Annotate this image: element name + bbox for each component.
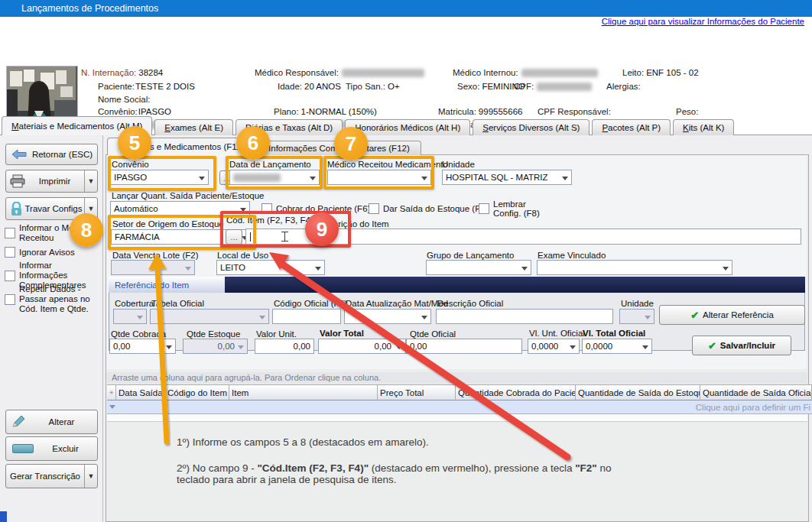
data-vencto-label: Data Vencto Lote (F2) — [112, 251, 199, 260]
descricao-oficial-input[interactable] — [436, 309, 613, 324]
imprimir-dropdown[interactable]: ▼ — [84, 170, 97, 192]
instruction-step1: 1º) Informe os campos 5 a 8 (destacados … — [177, 436, 429, 448]
main-tab-strip: Materiais e Medicamentos (Alt M)Exames (… — [2, 116, 736, 135]
title-bar: Lançamentos de Procedimentos — [0, 0, 812, 17]
checkbox-box — [479, 203, 489, 214]
valor-total-input[interactable]: 0,00 — [318, 339, 406, 354]
sidebar-splitter[interactable] — [102, 135, 103, 522]
app-icon — [5, 3, 16, 15]
qtde-estoque-input: 0,00 — [183, 339, 248, 354]
grupo-lancamento-select[interactable] — [426, 260, 531, 275]
grid-column-header[interactable]: Código do Item — [165, 384, 229, 400]
instruction-step2: 2º) No campo 9 - "Cód.Item (F2, F3, F4)"… — [177, 462, 625, 485]
check-icon: ✔ — [708, 340, 716, 352]
field-cpf-responsavel: CPF Responsável: — [538, 107, 611, 116]
grid-column-header[interactable]: Data Saída — [116, 384, 165, 400]
grid-empty-row — [107, 414, 807, 422]
imprimir-button[interactable]: Imprimir ▼ — [5, 170, 98, 193]
salvar-incluir-button[interactable]: ✔Salvar/Incluir — [692, 336, 791, 355]
field-nome-social: Nome Social: — [98, 95, 150, 104]
field-n-internacao: N. Internação:38284 — [81, 68, 163, 77]
vl-unt-oficial-input[interactable]: 0,0000 — [528, 339, 580, 354]
field-medico-internou: Médico Internou: — [453, 68, 598, 77]
check-icon: ✔ — [690, 310, 699, 321]
grid-corner-icon: ✳ — [107, 384, 116, 400]
codigo-oficial-label: Código Oficial (F5) — [274, 299, 347, 308]
qtde-cobrada-input[interactable]: 0,00 — [109, 339, 176, 354]
checkbox-box — [5, 247, 15, 258]
lancar-quant-label: Lançar Quant. Saída Paciente/Estoque — [112, 191, 264, 200]
gerar-dropdown[interactable]: ▼ — [84, 465, 97, 488]
qtde-oficial-input[interactable]: 0,00 — [406, 339, 522, 354]
unidade-label: Unidade — [442, 160, 475, 169]
highlight-box-convenio — [108, 156, 216, 191]
alterar-referencia-button[interactable]: ✔Alterar Referência — [659, 305, 805, 325]
patient-info-link[interactable]: Clique aqui para visualizar Informações … — [602, 17, 804, 26]
printer-icon — [10, 174, 25, 188]
callout-badge-5: 5 — [118, 126, 151, 160]
main-tab-5[interactable]: Serviços Diversos (Alt S) — [473, 119, 590, 135]
callout-badge-7: 7 — [334, 127, 368, 160]
exame-vinculado-select[interactable] — [537, 260, 732, 275]
valor-unit-input[interactable]: 0,00 — [255, 339, 314, 354]
repetir-dados-checkbox[interactable]: Repetir Dados - Passar apenas no Cód. It… — [5, 284, 99, 314]
callout-badge-9: 9 — [305, 212, 339, 246]
grid-filter-row[interactable]: Clique aqui para definir um Fi — [107, 400, 812, 414]
vl-total-oficial-input[interactable]: 0,0000 — [582, 339, 652, 354]
qtde-cobrada-label: Qtde Cobrada — [111, 329, 166, 339]
descricao-item-input[interactable] — [317, 229, 801, 245]
pencil-icon — [11, 415, 26, 429]
main-tab-2[interactable]: Exames (Alt E) — [154, 119, 233, 135]
grid-column-header[interactable]: Quantidade de Saída do Estoque — [576, 384, 700, 400]
local-uso-label: Local de Uso — [217, 251, 268, 260]
main-tab-7[interactable]: Kits (Alt K) — [673, 119, 734, 135]
valor-unit-label: Valor Unit. — [256, 329, 297, 339]
grupo-lancamento-label: Grupo de Lançamento — [427, 251, 514, 260]
main-tab-6[interactable]: Pacotes (Alt P) — [592, 119, 671, 135]
grid-column-header[interactable]: Quantidade Cobrada do Paciente — [456, 384, 576, 400]
qtde-oficial-label: Qtde Oficial — [410, 329, 456, 339]
dar-saida-checkbox[interactable]: Dar Saída do Estoque (F7) — [369, 203, 488, 214]
unidade-select[interactable]: HOSPITAL SQL - MATRIZ — [442, 170, 572, 185]
field-alergias: Alergias: — [606, 82, 641, 91]
local-uso-select[interactable]: LEITO — [216, 260, 325, 275]
vl-total-oficial-label: Vl. Total Oficial — [583, 329, 645, 338]
redacted-value — [521, 69, 598, 77]
field-convenio: Convênio:IPASGO — [98, 107, 171, 116]
tabela-oficial-label: Tabela Oficial — [151, 299, 204, 308]
grid-column-header[interactable]: Preço Total — [378, 384, 456, 400]
highlight-box-medico-receitou — [323, 156, 434, 190]
gerar-transcricao-button[interactable]: Gerar Transcrição ▼ — [5, 464, 98, 488]
cobertura-select — [113, 309, 147, 324]
data-atualizacao-select[interactable] — [344, 309, 431, 324]
redacted-value — [537, 83, 592, 91]
grid-column-header[interactable]: Item — [229, 384, 378, 400]
lancamentos-window: Lançamentos de Procedimentos Clique aqui… — [0, 0, 812, 522]
cobertura-label: Cobertura — [115, 299, 154, 308]
checkbox-box — [5, 228, 15, 238]
data-atualizacao-label: Data Atualização Mat/Med — [346, 299, 448, 308]
lock-icon — [10, 202, 23, 216]
qtde-estoque-label: Qtde Estoque — [187, 329, 240, 339]
lembrar-config-checkbox[interactable]: Lembrar Config. (F8) — [479, 199, 557, 218]
vl-unt-oficial-label: Vl. Unt. Oficial — [529, 329, 585, 338]
grid-group-hint[interactable]: Arraste uma coluna aqui para agrupá-la. … — [107, 372, 807, 384]
codigo-oficial-input[interactable] — [272, 309, 341, 324]
patient-header: N. Internação:38284 Médico Responsável: … — [0, 31, 812, 116]
field-plano: Plano:1-NORMAL (150%) — [274, 107, 377, 116]
window-corner — [0, 511, 7, 522]
excluir-button[interactable]: Excluir — [5, 436, 98, 461]
callout-badge-6: 6 — [236, 126, 270, 160]
field-cpf: CPF: — [514, 82, 592, 91]
field-paciente: Paciente:TESTE 2 DOIS — [98, 82, 195, 91]
window-title: Lançamentos de Procedimentos — [21, 3, 158, 14]
alterar-button[interactable]: Alterar — [5, 410, 98, 434]
grid-column-header[interactable]: Quantidade de Saída Oficial — [700, 384, 812, 400]
checkbox-box — [5, 294, 15, 305]
highlight-box-data-lancamento — [226, 156, 323, 190]
unidade-oficial-label: Unidade — [621, 299, 654, 308]
eraser-icon — [12, 444, 34, 453]
ignorar-avisos-checkbox[interactable]: Ignorar Avisos — [5, 247, 99, 258]
retornar-button[interactable]: Retornar (ESC) — [5, 144, 98, 165]
unidade-oficial-select — [619, 309, 654, 324]
